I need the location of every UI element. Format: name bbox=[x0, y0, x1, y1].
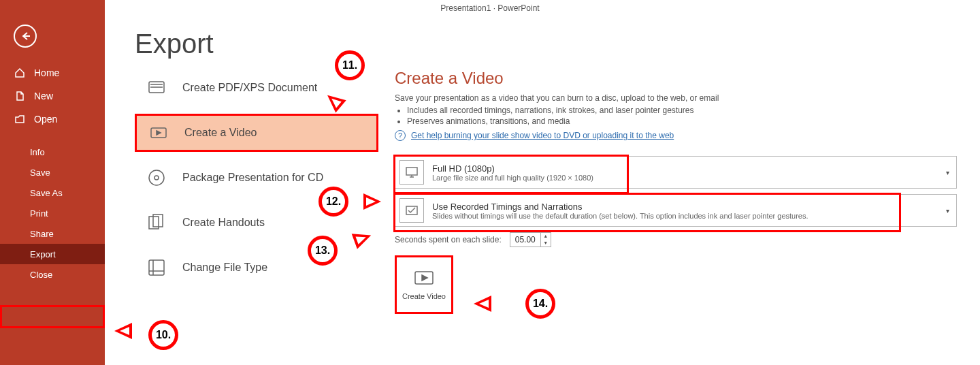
chevron-down-icon: ▾ bbox=[946, 169, 949, 176]
panel-description: Save your presentation as a video that y… bbox=[395, 93, 957, 103]
callout-11: 11. bbox=[335, 50, 365, 80]
timings-dropdown[interactable]: Use Recorded Timings and Narrations Slid… bbox=[395, 194, 957, 227]
seconds-value: 05.00 bbox=[510, 235, 540, 244]
callout-13: 13. bbox=[308, 236, 338, 266]
sidebar-item-close[interactable]: Close bbox=[0, 264, 105, 285]
svg-rect-7 bbox=[406, 168, 417, 175]
spinner-down[interactable]: ▼ bbox=[541, 240, 551, 247]
sidebar-item-saveas[interactable]: Save As bbox=[0, 182, 105, 203]
feature-bullets: Includes all recorded timings, narration… bbox=[407, 106, 957, 126]
video-quality-dropdown[interactable]: Full HD (1080p) Large file size and full… bbox=[395, 156, 957, 189]
create-video-icon bbox=[412, 269, 436, 289]
help-link-row: ? Get help burning your slide show video… bbox=[395, 130, 957, 141]
seconds-row: Seconds spent on each slide: 05.00 ▲ ▼ bbox=[395, 232, 957, 247]
option-change-filetype[interactable]: Change File Type bbox=[135, 249, 378, 287]
sidebar-item-label: Home bbox=[34, 67, 59, 78]
page-title: Export bbox=[135, 29, 957, 59]
callout-10: 10. bbox=[148, 320, 178, 350]
option-label: Create Handouts bbox=[182, 217, 265, 229]
sidebar-item-new[interactable]: New bbox=[0, 84, 105, 108]
sidebar-item-label: New bbox=[34, 91, 53, 101]
sidebar-item-open[interactable]: Open bbox=[0, 108, 105, 131]
bullet-item: Preserves animations, transitions, and m… bbox=[407, 116, 957, 126]
callout-14: 14. bbox=[525, 289, 555, 319]
back-button[interactable] bbox=[14, 25, 37, 48]
pdf-icon bbox=[144, 76, 169, 100]
option-create-video[interactable]: Create a Video bbox=[135, 114, 378, 152]
callout-arrow-10 bbox=[114, 323, 132, 339]
handouts-icon bbox=[144, 210, 169, 235]
sidebar-item-info[interactable]: Info bbox=[0, 142, 105, 162]
sidebar-item-export[interactable]: Export bbox=[0, 244, 105, 264]
svg-rect-6 bbox=[149, 260, 164, 275]
spinner-up[interactable]: ▲ bbox=[541, 233, 551, 240]
open-icon bbox=[14, 113, 26, 125]
filetype-icon bbox=[144, 255, 169, 280]
create-video-panel: Create a Video Save your presentation as… bbox=[378, 69, 957, 314]
callout-12: 12. bbox=[318, 187, 348, 217]
sidebar-item-print[interactable]: Print bbox=[0, 203, 105, 223]
create-video-button[interactable]: Create Video bbox=[395, 255, 453, 314]
cd-icon bbox=[144, 165, 169, 190]
timings-icon bbox=[399, 198, 424, 223]
backstage-sidebar: Home New Open Info Save Save As Print Sh… bbox=[0, 0, 105, 365]
option-label: Create PDF/XPS Document bbox=[182, 82, 317, 94]
help-icon: ? bbox=[395, 130, 406, 141]
callout-highlight-export bbox=[0, 305, 105, 328]
sidebar-item-label: Open bbox=[34, 114, 57, 125]
quality-sub: Large file size and full high quality (1… bbox=[432, 174, 593, 182]
sidebar-item-save[interactable]: Save bbox=[0, 162, 105, 182]
create-video-label: Create Video bbox=[402, 292, 446, 300]
sidebar-item-share[interactable]: Share bbox=[0, 223, 105, 244]
video-icon bbox=[146, 121, 171, 145]
option-label: Create a Video bbox=[184, 127, 257, 139]
quality-title: Full HD (1080p) bbox=[432, 163, 593, 174]
option-label: Package Presentation for CD bbox=[182, 172, 323, 184]
timings-title: Use Recorded Timings and Narrations bbox=[432, 202, 808, 212]
back-arrow-icon bbox=[20, 31, 31, 42]
callout-arrow-14 bbox=[474, 296, 491, 312]
home-icon bbox=[14, 67, 26, 79]
monitor-icon bbox=[399, 160, 424, 185]
panel-title: Create a Video bbox=[395, 69, 957, 88]
chevron-down-icon: ▾ bbox=[946, 207, 949, 215]
callout-arrow-12 bbox=[363, 193, 381, 210]
new-icon bbox=[14, 90, 26, 102]
sidebar-item-home[interactable]: Home bbox=[0, 61, 105, 84]
bullet-item: Includes all recorded timings, narration… bbox=[407, 106, 957, 115]
seconds-label: Seconds spent on each slide: bbox=[395, 235, 502, 244]
help-link[interactable]: Get help burning your slide show video t… bbox=[411, 131, 674, 140]
seconds-spinner[interactable]: 05.00 ▲ ▼ bbox=[510, 232, 551, 247]
svg-point-2 bbox=[149, 170, 164, 185]
option-label: Change File Type bbox=[182, 261, 267, 274]
svg-point-3 bbox=[154, 176, 159, 180]
timings-sub: Slides without timings will use the defa… bbox=[432, 212, 808, 220]
